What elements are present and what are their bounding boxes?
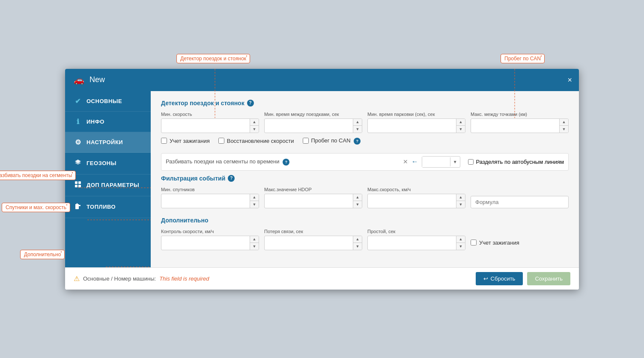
min-parking-up[interactable]: ▲ bbox=[456, 119, 465, 126]
sidebar-label-dop: ДОП ПАРАМЕТРЫ bbox=[86, 182, 139, 188]
min-time-down[interactable]: ▼ bbox=[353, 126, 362, 133]
formula-group bbox=[471, 196, 569, 208]
segment-arrow-icon[interactable]: ← bbox=[411, 158, 418, 166]
puzzle-icon bbox=[74, 180, 82, 190]
svg-rect-6 bbox=[78, 181, 81, 184]
speed-ctrl-down[interactable]: ▼ bbox=[250, 243, 259, 250]
sidebar-item-nastroyki[interactable]: ⚙ НАСТРОЙКИ bbox=[65, 132, 151, 153]
sidebar-label-nastroyki: НАСТРОЙКИ bbox=[86, 139, 123, 145]
svg-rect-8 bbox=[78, 185, 81, 187]
speed-restore-checkbox[interactable] bbox=[218, 138, 224, 144]
additional-ignition-item[interactable]: Учет зажигания bbox=[471, 240, 569, 249]
max-between-up[interactable]: ▲ bbox=[560, 119, 568, 126]
time-select[interactable]: 00:00 ▼ bbox=[422, 156, 460, 168]
segment-help-icon[interactable]: ? bbox=[283, 159, 289, 166]
svg-rect-9 bbox=[75, 204, 79, 209]
signal-loss-down[interactable]: ▼ bbox=[353, 243, 362, 250]
min-time-input[interactable]: 3600 ▲ ▼ bbox=[264, 118, 362, 133]
save-button[interactable]: Сохранить bbox=[527, 272, 570, 285]
segment-clear-icon[interactable]: ✕ bbox=[403, 158, 408, 165]
sidebar-item-toplivo[interactable]: ТОПЛИВО bbox=[65, 196, 151, 218]
time-dropdown-arrow[interactable]: ▼ bbox=[450, 157, 460, 166]
formula-input[interactable] bbox=[471, 196, 569, 208]
annotation-detector: Детектор поездок и стоянок bbox=[176, 54, 250, 63]
idle-input[interactable]: 600 ▲ ▼ bbox=[367, 236, 465, 250]
time-input[interactable]: 00:00 bbox=[422, 157, 450, 167]
info-icon: ℹ bbox=[74, 118, 82, 126]
modal-dialog: 🚗 New × ✔ ОСНОВНЫЕ ℹ ИНФО ⚙ НАСТРОЙКИ bbox=[65, 69, 579, 290]
min-parking-input[interactable]: 300 ▲ ▼ bbox=[367, 118, 465, 133]
hdop-input[interactable]: 21 ▲ ▼ bbox=[264, 194, 362, 208]
hdop-up[interactable]: ▲ bbox=[353, 194, 362, 201]
min-speed-down[interactable]: ▼ bbox=[250, 126, 259, 133]
idle-up[interactable]: ▲ bbox=[456, 236, 465, 243]
bus-lines-checkbox[interactable] bbox=[468, 159, 474, 165]
hdop-field[interactable]: 21 bbox=[265, 195, 353, 207]
min-speed-label: Мин. скорость bbox=[161, 112, 259, 117]
max-between-field[interactable]: 10 bbox=[471, 120, 559, 131]
content-area: Детектор поездок и стоянок ? Мин. скорос… bbox=[151, 91, 579, 267]
idle-group: Простой, сек 600 ▲ ▼ bbox=[367, 229, 465, 250]
additional-fields-row: Контроль скорости, км/ч 0 ▲ ▼ Потеря свя… bbox=[161, 229, 569, 250]
min-sat-down[interactable]: ▼ bbox=[250, 201, 259, 208]
can-checkbox[interactable] bbox=[303, 138, 309, 144]
min-parking-field[interactable]: 300 bbox=[368, 120, 456, 131]
min-speed-input[interactable]: 10 ▲ ▼ bbox=[161, 118, 259, 133]
speed-restore-label: Восстановление скорости bbox=[227, 138, 294, 144]
signal-loss-up[interactable]: ▲ bbox=[353, 236, 362, 243]
signal-loss-input[interactable]: 14400 ▲ ▼ bbox=[264, 236, 362, 250]
ignition-checkbox[interactable] bbox=[161, 138, 167, 144]
speed-ctrl-input[interactable]: 0 ▲ ▼ bbox=[161, 236, 259, 250]
max-between-input[interactable]: 10 ▲ ▼ bbox=[471, 118, 569, 133]
speed-restore-checkbox-item[interactable]: Восстановление скорости bbox=[218, 138, 294, 144]
sidebar-item-info[interactable]: ℹ ИНФО bbox=[65, 112, 151, 132]
max-speed-spinners: ▲ ▼ bbox=[456, 194, 465, 208]
sidebar-item-dop[interactable]: ДОП ПАРАМЕТРЫ bbox=[65, 175, 151, 196]
max-speed-field[interactable]: 250 bbox=[368, 195, 456, 207]
close-button[interactable]: × bbox=[567, 76, 572, 84]
idle-down[interactable]: ▼ bbox=[456, 243, 465, 250]
filter-help-icon[interactable]: ? bbox=[228, 175, 235, 182]
min-speed-up[interactable]: ▲ bbox=[250, 119, 259, 126]
fuel-icon bbox=[74, 202, 82, 212]
idle-field[interactable]: 600 bbox=[368, 237, 456, 249]
max-speed-up[interactable]: ▲ bbox=[456, 194, 465, 201]
detector-section-title: Детектор поездок и стоянок ? bbox=[161, 100, 569, 107]
signal-loss-label: Потеря связи, сек bbox=[264, 229, 362, 234]
ignition-checkbox-item[interactable]: Учет зажигания bbox=[161, 138, 210, 144]
min-time-up[interactable]: ▲ bbox=[353, 119, 362, 126]
max-speed-down[interactable]: ▼ bbox=[456, 201, 465, 208]
min-parking-down[interactable]: ▼ bbox=[456, 126, 465, 133]
reset-button[interactable]: ↩ Сбросить bbox=[476, 272, 523, 285]
signal-loss-field[interactable]: 14400 bbox=[265, 237, 353, 249]
svg-rect-5 bbox=[75, 181, 78, 184]
filter-section-title: Фильтрация событий ? bbox=[161, 175, 569, 182]
speed-ctrl-field[interactable]: 0 bbox=[161, 237, 250, 249]
detector-help-icon[interactable]: ? bbox=[247, 100, 254, 107]
max-between-spinners: ▲ ▼ bbox=[559, 119, 568, 133]
sidebar-item-osnovy[interactable]: ✔ ОСНОВНЫЕ bbox=[65, 91, 151, 112]
check-icon: ✔ bbox=[74, 97, 82, 105]
min-sat-up[interactable]: ▲ bbox=[250, 194, 259, 201]
max-between-down[interactable]: ▼ bbox=[560, 126, 568, 133]
svg-rect-10 bbox=[79, 205, 80, 206]
modal-title: New bbox=[89, 75, 105, 84]
hdop-down[interactable]: ▼ bbox=[353, 201, 362, 208]
can-checkbox-item[interactable]: Пробег по CAN ? bbox=[303, 137, 361, 145]
min-sat-field[interactable]: 0 bbox=[161, 195, 250, 207]
additional-ignition-checkbox[interactable] bbox=[471, 240, 477, 246]
speed-ctrl-up[interactable]: ▲ bbox=[250, 236, 259, 243]
min-time-field[interactable]: 3600 bbox=[265, 120, 353, 131]
min-speed-field[interactable]: 10 bbox=[161, 120, 250, 131]
segment-row: Разбивать поездки на сегменты по времени… bbox=[161, 153, 569, 171]
sidebar-label-toplivo: ТОПЛИВО bbox=[86, 204, 116, 210]
max-speed-input[interactable]: 250 ▲ ▼ bbox=[367, 194, 465, 208]
can-help-icon[interactable]: ? bbox=[354, 138, 361, 145]
max-speed-group: Макс.скорость, км/ч 250 ▲ ▼ bbox=[367, 187, 465, 208]
svg-rect-7 bbox=[75, 185, 78, 187]
idle-label: Простой, сек bbox=[367, 229, 465, 234]
sidebar-item-geozony[interactable]: ГЕОЗОНЫ bbox=[65, 153, 151, 175]
min-speed-spinners: ▲ ▼ bbox=[250, 119, 259, 133]
hdop-label: Макс.значение HDOP bbox=[264, 187, 362, 192]
min-sat-input[interactable]: 0 ▲ ▼ bbox=[161, 194, 259, 208]
